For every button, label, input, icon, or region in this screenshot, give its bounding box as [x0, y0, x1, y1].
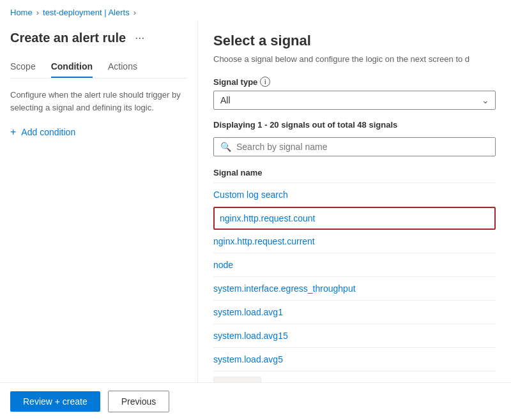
panel-subtitle: Choose a signal below and configure the …	[213, 54, 496, 64]
signal-type-label: Signal type i	[213, 77, 496, 87]
signal-row-nginx-request-current[interactable]: nginx.http.request.current	[213, 230, 496, 253]
search-icon: 🔍	[220, 142, 231, 152]
page-title-row: Create an alert rule ···	[10, 30, 187, 46]
breadcrumb-home[interactable]: Home	[10, 8, 33, 17]
breadcrumb-sep1: ›	[36, 8, 39, 17]
right-panel: Select a signal Choose a signal below an…	[198, 20, 511, 382]
add-condition-button[interactable]: + Add condition	[10, 124, 187, 140]
add-condition-label: Add condition	[21, 127, 75, 137]
breadcrumb: Home › test-deployment | Alerts ›	[0, 0, 511, 20]
main-layout: Create an alert rule ··· Scope Condition…	[0, 20, 511, 382]
page-title: Create an alert rule	[10, 31, 126, 45]
plus-icon: +	[10, 126, 16, 138]
signal-link-custom-log-search[interactable]: Custom log search	[213, 190, 288, 200]
search-input[interactable]	[236, 142, 489, 152]
signal-row-system-load-avg15[interactable]: system.load.avg15	[213, 324, 496, 348]
signal-type-select-wrapper: All ⌄	[213, 91, 496, 110]
condition-description: Configure when the alert rule should tri…	[10, 89, 187, 114]
signal-type-info-icon: i	[260, 77, 270, 87]
breadcrumb-sep2: ›	[133, 8, 136, 17]
bottom-bar: Review + create Previous	[0, 382, 511, 420]
signal-link-node[interactable]: node	[213, 260, 233, 270]
signal-row-system-load-avg1[interactable]: system.load.avg1	[213, 301, 496, 324]
left-panel: Create an alert rule ··· Scope Condition…	[0, 20, 198, 382]
steps-nav: Scope Condition Actions	[10, 56, 187, 79]
search-box: 🔍	[213, 137, 496, 156]
signal-type-select[interactable]: All	[213, 91, 496, 110]
signal-row-nginx-request-count[interactable]: nginx.http.request.count	[213, 207, 496, 230]
breadcrumb-deployment[interactable]: test-deployment | Alerts	[43, 8, 130, 17]
signal-row-system-load-avg5[interactable]: system.load.avg5	[213, 348, 496, 371]
step-condition[interactable]: Condition	[51, 56, 93, 78]
step-actions[interactable]: Actions	[108, 56, 137, 78]
signal-row-custom-log-search[interactable]: Custom log search	[213, 183, 496, 207]
panel-title: Select a signal	[213, 33, 496, 49]
signal-list: Custom log search nginx.http.request.cou…	[213, 183, 496, 371]
signal-table-header: Signal name	[213, 164, 496, 183]
more-options-button[interactable]: ···	[131, 30, 148, 46]
signal-row-node[interactable]: node	[213, 253, 496, 277]
done-row: Done	[213, 371, 496, 382]
signal-link-nginx-request-current[interactable]: nginx.http.request.current	[213, 236, 315, 246]
signal-link-system-load-avg15[interactable]: system.load.avg15	[213, 331, 288, 341]
review-create-button[interactable]: Review + create	[10, 391, 100, 412]
signal-row-system-egress[interactable]: system.interface.egress_throughput	[213, 277, 496, 301]
signal-link-system-load-avg1[interactable]: system.load.avg1	[213, 307, 283, 317]
signal-link-system-egress[interactable]: system.interface.egress_throughput	[213, 283, 356, 294]
step-scope[interactable]: Scope	[10, 56, 36, 78]
signal-link-nginx-request-count[interactable]: nginx.http.request.count	[220, 213, 315, 223]
signal-count: Displaying 1 - 20 signals out of total 4…	[213, 120, 496, 130]
done-button[interactable]: Done	[213, 377, 261, 382]
signal-link-system-load-avg5[interactable]: system.load.avg5	[213, 354, 283, 364]
previous-button[interactable]: Previous	[108, 391, 169, 412]
